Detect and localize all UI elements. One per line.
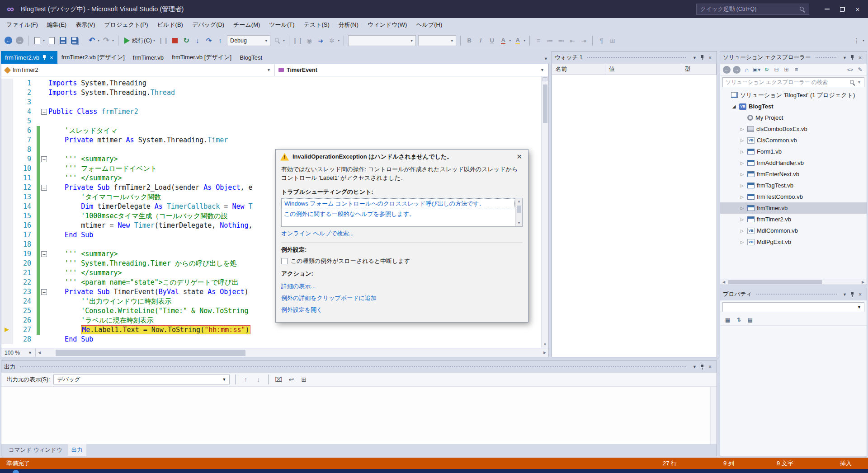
- save-button[interactable]: [58, 36, 67, 45]
- word-wrap-button[interactable]: ↩: [287, 375, 296, 384]
- output-header[interactable]: 出力 ▼ ×: [1, 361, 717, 373]
- redo-button[interactable]: ↷: [102, 36, 111, 45]
- debug-options-button[interactable]: ✲: [327, 36, 336, 45]
- save-all-button[interactable]: [70, 36, 79, 45]
- splitter-grip[interactable]: [542, 77, 547, 81]
- pin-button[interactable]: [849, 290, 856, 298]
- close-button[interactable]: ×: [856, 54, 864, 61]
- step-into-button[interactable]: ↓: [193, 36, 202, 45]
- open-file-button[interactable]: [47, 36, 56, 45]
- tab-output[interactable]: 出力: [68, 444, 86, 456]
- menu-file[interactable]: ファイル(F): [2, 18, 42, 31]
- tree-item[interactable]: My Project: [720, 112, 867, 123]
- menu-build[interactable]: ビルド(B): [153, 18, 188, 31]
- format-marks-button[interactable]: ¶: [597, 36, 606, 45]
- search-online-help-link[interactable]: オンライン ヘルプで検索...: [276, 227, 528, 239]
- pin-button[interactable]: [849, 54, 856, 61]
- restart-button[interactable]: ↻: [182, 36, 191, 45]
- bold-button[interactable]: B: [465, 36, 474, 45]
- collapse-all-button[interactable]: ⊟: [772, 66, 781, 74]
- find-scope-combobox[interactable]: ▾: [418, 35, 456, 46]
- scroll-down-icon[interactable]: ▼: [543, 342, 547, 348]
- solution-search-input[interactable]: ソリューション エクスプローラー の検索 ▼: [722, 77, 864, 87]
- tree-expander-icon[interactable]: ▷: [739, 138, 745, 143]
- tree-item[interactable]: ▷Form1.vb: [720, 146, 867, 157]
- code-line-1[interactable]: 1Imports System.Threading: [1, 79, 541, 88]
- find-combobox[interactable]: ▾: [348, 35, 416, 46]
- scrollbar-thumb[interactable]: [56, 350, 245, 356]
- pin-button[interactable]: [698, 363, 706, 371]
- scroll-up-icon[interactable]: ▲: [517, 198, 521, 205]
- menu-window[interactable]: ウィンドウ(W): [363, 18, 411, 31]
- italic-button[interactable]: I: [476, 36, 485, 45]
- code-line-28[interactable]: 28End Sub: [1, 335, 541, 344]
- numbered-list-button[interactable]: ≕: [557, 36, 566, 45]
- window-position-button[interactable]: ▼: [691, 54, 698, 61]
- exception-dialog-titlebar[interactable]: InvalidOperationException はハンドルされませんでした。…: [276, 150, 528, 164]
- properties-grid[interactable]: [720, 326, 867, 456]
- preview-button[interactable]: ✎: [856, 66, 864, 74]
- pin-icon[interactable]: [42, 55, 47, 61]
- tree-expander-icon[interactable]: ▷: [739, 229, 745, 233]
- menu-test[interactable]: テスト(S): [299, 18, 334, 31]
- tree-expander-icon[interactable]: ▷: [739, 183, 745, 188]
- tree-item[interactable]: ▷frmTimer.vb: [720, 202, 867, 214]
- tab-frmtimer2-vb[interactable]: frmTimer2.vb ×: [1, 51, 57, 64]
- chevron-down-icon[interactable]: ▾: [338, 38, 340, 42]
- continue-button[interactable]: 続行(C) ▾: [123, 35, 157, 47]
- navigate-backward-button[interactable]: ←: [4, 36, 13, 45]
- copy-exception-detail-link[interactable]: 例外の詳細をクリップボードに追加: [276, 291, 528, 303]
- output-content[interactable]: [1, 386, 717, 444]
- tree-item[interactable]: ▷VBClsCommon.vb: [720, 135, 867, 146]
- categorized-button[interactable]: ▦: [723, 315, 732, 324]
- tree-item[interactable]: ソリューション 'BlogTest' (1 プロジェクト): [720, 89, 867, 101]
- tree-item[interactable]: ▷frmTimer2.vb: [720, 214, 867, 225]
- chevron-down-icon[interactable]: ▾: [863, 38, 864, 42]
- menu-tools[interactable]: ツール(T): [264, 18, 299, 31]
- bullet-list-button[interactable]: ≔: [545, 36, 554, 45]
- column-value[interactable]: 値: [605, 64, 681, 75]
- scroll-right-icon[interactable]: ▶: [859, 280, 867, 284]
- solution-explorer-header[interactable]: ソリューション エクスプローラー ▼ ×: [720, 52, 867, 64]
- table-button[interactable]: ⊞: [608, 36, 617, 45]
- stop-debugging-button[interactable]: [170, 36, 179, 45]
- collapse-box-icon[interactable]: –: [41, 156, 47, 162]
- tree-expander-icon[interactable]: ▷: [739, 240, 745, 244]
- underline-button[interactable]: U: [487, 36, 496, 45]
- chevron-down-icon[interactable]: ▾: [43, 38, 45, 42]
- collapse-box-icon[interactable]: –: [41, 289, 47, 295]
- chevron-down-icon[interactable]: ▼: [857, 80, 861, 84]
- window-position-button[interactable]: ▼: [841, 290, 849, 298]
- menu-edit[interactable]: 編集(E): [42, 18, 71, 31]
- tab-command-window[interactable]: コマンド ウィンドウ: [5, 444, 66, 456]
- scrollbar-thumb[interactable]: [543, 84, 547, 123]
- breakpoint-button[interactable]: ◉: [305, 36, 314, 45]
- clear-all-button[interactable]: ⌧: [274, 375, 283, 384]
- toggle-autoscroll-button[interactable]: ⊞: [299, 375, 308, 384]
- scroll-left-icon[interactable]: ◀: [720, 280, 727, 284]
- chevron-down-icon[interactable]: ▾: [509, 38, 511, 42]
- previous-message-button[interactable]: ↑: [241, 375, 250, 384]
- increase-indent-button[interactable]: ⇥: [579, 36, 588, 45]
- properties-button[interactable]: ≡: [792, 66, 801, 74]
- code-line-3[interactable]: 3: [1, 98, 541, 107]
- hint-link-general-help[interactable]: この例外に関する一般的なヘルプを参照します。: [282, 209, 515, 219]
- close-icon[interactable]: ×: [50, 54, 53, 61]
- scrollbar-track[interactable]: [43, 348, 541, 357]
- font-color-button[interactable]: A: [499, 36, 508, 45]
- property-pages-button[interactable]: ▤: [746, 315, 755, 324]
- tree-expander-icon[interactable]: ▷: [739, 172, 745, 177]
- window-position-button[interactable]: ▼: [841, 54, 849, 61]
- open-exception-settings-link[interactable]: 例外設定を開く: [276, 303, 528, 315]
- restore-button[interactable]: [835, 3, 850, 15]
- solution-configurations-dropdown[interactable]: Debug ▾: [227, 35, 270, 46]
- close-button[interactable]: ×: [706, 54, 714, 61]
- menu-view[interactable]: 表示(V): [71, 18, 99, 31]
- home-button[interactable]: ⌂: [742, 66, 751, 74]
- next-message-button[interactable]: ↓: [254, 375, 263, 384]
- se-forward-button[interactable]: →: [732, 66, 741, 74]
- tree-item[interactable]: ▷frmTestCombo.vb: [720, 191, 867, 202]
- step-over-button[interactable]: ↷: [204, 36, 213, 45]
- code-line-6[interactable]: 6'スレッドタイマ: [1, 126, 541, 136]
- minimize-button[interactable]: [819, 3, 835, 15]
